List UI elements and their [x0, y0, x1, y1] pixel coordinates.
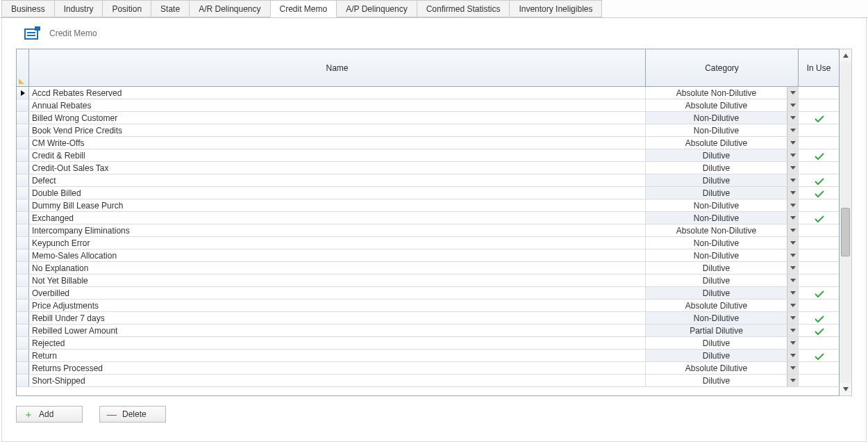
- table-row[interactable]: Not Yet BillableDilutive: [17, 275, 839, 287]
- row-selector[interactable]: [17, 124, 29, 136]
- chevron-down-icon[interactable]: [787, 99, 798, 111]
- cell-category[interactable]: Dilutive: [646, 187, 799, 199]
- cell-category[interactable]: Absolute Dilutive: [646, 99, 799, 111]
- cell-category[interactable]: Dilutive: [646, 162, 799, 174]
- chevron-down-icon[interactable]: [787, 337, 798, 349]
- table-row[interactable]: Billed Wrong CustomerNon-Dilutive: [17, 112, 839, 124]
- add-button[interactable]: ＋ Add: [16, 406, 83, 423]
- cell-category[interactable]: Non-Dilutive: [646, 312, 799, 324]
- cell-category[interactable]: Absolute Non-Dilutive: [646, 224, 799, 236]
- tab-business[interactable]: Business: [1, 0, 55, 17]
- chevron-down-icon[interactable]: [787, 87, 798, 99]
- cell-category[interactable]: Dilutive: [646, 262, 799, 274]
- chevron-down-icon[interactable]: [787, 249, 798, 261]
- row-selector[interactable]: [17, 137, 29, 149]
- cell-category[interactable]: Absolute Dilutive: [646, 137, 799, 149]
- cell-name[interactable]: Accd Rebates Reserved: [29, 87, 646, 99]
- cell-category[interactable]: Partial Dilutive: [646, 325, 799, 336]
- row-selector[interactable]: [17, 325, 29, 336]
- chevron-down-icon[interactable]: [787, 149, 798, 161]
- row-selector[interactable]: [17, 249, 29, 261]
- cell-name[interactable]: Overbilled: [29, 287, 646, 299]
- table-row[interactable]: Returns ProcessedAbsolute Dilutive: [17, 362, 839, 375]
- chevron-down-icon[interactable]: [787, 112, 798, 124]
- row-selector[interactable]: [17, 162, 29, 174]
- chevron-down-icon[interactable]: [787, 237, 798, 249]
- table-row[interactable]: RejectedDilutive: [17, 337, 839, 350]
- row-selector[interactable]: [17, 224, 29, 236]
- column-header-category[interactable]: Category: [646, 49, 799, 86]
- cell-name[interactable]: Not Yet Billable: [29, 275, 646, 286]
- chevron-down-icon[interactable]: [787, 224, 798, 236]
- table-row[interactable]: Credit & RebillDilutive: [17, 149, 839, 162]
- column-header-rowselector[interactable]: [17, 49, 29, 86]
- tab-position[interactable]: Position: [102, 0, 151, 17]
- scroll-track[interactable]: [840, 62, 851, 383]
- row-selector[interactable]: [17, 149, 29, 161]
- tab-state[interactable]: State: [151, 0, 190, 17]
- cell-name[interactable]: No Explanation: [29, 262, 646, 274]
- row-selector[interactable]: [17, 99, 29, 111]
- table-row[interactable]: Accd Rebates ReservedAbsolute Non-Diluti…: [17, 87, 839, 99]
- row-selector[interactable]: [17, 362, 29, 374]
- cell-category[interactable]: Non-Dilutive: [646, 237, 799, 249]
- cell-name[interactable]: Rejected: [29, 337, 646, 349]
- cell-name[interactable]: Dummy Bill Lease Purch: [29, 199, 646, 211]
- table-row[interactable]: Double BilledDilutive: [17, 187, 839, 199]
- table-row[interactable]: Intercompany EliminationsAbsolute Non-Di…: [17, 224, 839, 237]
- row-selector[interactable]: [17, 375, 29, 386]
- cell-name[interactable]: Exchanged: [29, 212, 646, 224]
- cell-name[interactable]: CM Write-Offs: [29, 137, 646, 149]
- cell-category[interactable]: Dilutive: [646, 350, 799, 361]
- row-selector[interactable]: [17, 237, 29, 249]
- tab-a-p-delinquency[interactable]: A/P Delinquency: [336, 0, 417, 17]
- chevron-down-icon[interactable]: [787, 312, 798, 324]
- row-selector[interactable]: [17, 87, 29, 99]
- row-selector[interactable]: [17, 300, 29, 311]
- cell-category[interactable]: Absolute Dilutive: [646, 300, 799, 311]
- cell-category[interactable]: Non-Dilutive: [646, 199, 799, 211]
- cell-category[interactable]: Non-Dilutive: [646, 124, 799, 136]
- cell-name[interactable]: Short-Shipped: [29, 375, 646, 386]
- cell-name[interactable]: Credit & Rebill: [29, 149, 646, 161]
- chevron-down-icon[interactable]: [787, 187, 798, 199]
- table-row[interactable]: Short-ShippedDilutive: [17, 375, 839, 387]
- cell-category[interactable]: Dilutive: [646, 287, 799, 299]
- row-selector[interactable]: [17, 212, 29, 224]
- cell-category[interactable]: Dilutive: [646, 375, 799, 386]
- row-selector[interactable]: [17, 350, 29, 361]
- table-row[interactable]: Memo-Sales AllocationNon-Dilutive: [17, 249, 839, 262]
- chevron-down-icon[interactable]: [787, 212, 798, 224]
- cell-name[interactable]: Rebill Under 7 days: [29, 312, 646, 324]
- table-row[interactable]: OverbilledDilutive: [17, 287, 839, 300]
- cell-category[interactable]: Absolute Dilutive: [646, 362, 799, 374]
- cell-category[interactable]: Absolute Non-Dilutive: [646, 87, 799, 99]
- cell-name[interactable]: Double Billed: [29, 187, 646, 199]
- cell-category[interactable]: Dilutive: [646, 174, 799, 186]
- cell-name[interactable]: Book Vend Price Credits: [29, 124, 646, 136]
- cell-name[interactable]: Billed Wrong Customer: [29, 112, 646, 124]
- row-selector[interactable]: [17, 262, 29, 274]
- chevron-down-icon[interactable]: [787, 174, 798, 186]
- column-header-name[interactable]: Name: [29, 49, 646, 86]
- tab-a-r-delinquency[interactable]: A/R Delinquency: [189, 0, 270, 17]
- tab-credit-memo[interactable]: Credit Memo: [270, 0, 337, 17]
- delete-button[interactable]: — Delete: [99, 406, 166, 423]
- cell-name[interactable]: Defect: [29, 174, 646, 186]
- chevron-down-icon[interactable]: [787, 262, 798, 274]
- chevron-down-icon[interactable]: [787, 199, 798, 211]
- chevron-down-icon[interactable]: [787, 275, 798, 286]
- tab-confirmed-statistics[interactable]: Confirmed Statistics: [417, 0, 510, 17]
- cell-category[interactable]: Non-Dilutive: [646, 112, 799, 124]
- chevron-down-icon[interactable]: [787, 362, 798, 374]
- table-row[interactable]: CM Write-OffsAbsolute Dilutive: [17, 137, 839, 149]
- table-row[interactable]: ExchangedNon-Dilutive: [17, 212, 839, 224]
- chevron-down-icon[interactable]: [787, 287, 798, 299]
- row-selector[interactable]: [17, 337, 29, 349]
- table-row[interactable]: Keypunch ErrorNon-Dilutive: [17, 237, 839, 249]
- tab-inventory-ineligibles[interactable]: Inventory Ineligibles: [509, 0, 602, 17]
- chevron-down-icon[interactable]: [787, 162, 798, 174]
- cell-category[interactable]: Dilutive: [646, 337, 799, 349]
- row-selector[interactable]: [17, 312, 29, 324]
- row-selector[interactable]: [17, 275, 29, 286]
